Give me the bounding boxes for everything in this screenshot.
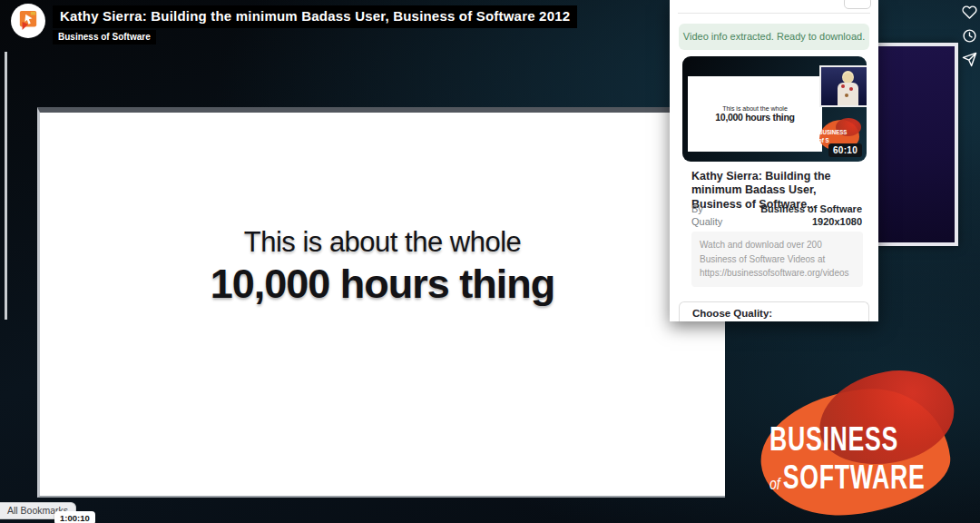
thumbnail-slide-line-2: 10,000 hours thing (715, 112, 794, 123)
popup-partial-button[interactable] (844, 0, 871, 9)
side-stage-screen (873, 43, 958, 246)
duration-badge: 60:10 (828, 143, 862, 157)
thumbnail-slide-line-1: This is about the whole (722, 105, 788, 112)
bos-stage-logo: BUSINESS of SOFTWARE (755, 370, 969, 518)
video-title-overlay[interactable]: Kathy Sierra: Building the minimum Badas… (53, 5, 577, 28)
choose-quality-label: Choose Quality: (692, 308, 772, 319)
slide-line-2: 10,000 hours thing (40, 261, 725, 308)
send-icon[interactable] (962, 52, 977, 67)
quality-label: Quality (691, 216, 722, 227)
presentation-screen: This is about the whole 10,000 hours thi… (37, 107, 725, 498)
quality-value: 1920x1080 (812, 216, 862, 227)
slide-line-1: This is about the whole (40, 226, 725, 259)
player-action-icons (962, 5, 977, 67)
seek-time-badge: 1:00:10 (54, 511, 95, 523)
popup-divider (678, 13, 870, 14)
speaker-inset-image (819, 65, 867, 107)
video-description: Watch and download over 200 Business of … (691, 232, 863, 287)
downloader-popup: Video info extracted. Ready to download.… (670, 0, 878, 321)
bos-logo-text: BUSINESS of SOFTWARE (769, 423, 980, 494)
meta-row-quality: Quality 1920x1080 (691, 216, 862, 227)
by-label: By (691, 203, 703, 214)
meta-row-by: By Business of Software (691, 203, 862, 214)
video-thumbnail-card[interactable]: This is about the whole 10,000 hours thi… (682, 56, 867, 162)
clock-icon[interactable] (962, 28, 977, 44)
bos-channel-logo-icon (18, 10, 38, 32)
choose-quality-section[interactable]: Choose Quality: (679, 301, 869, 321)
stage-screen-edge (5, 52, 7, 320)
slide-text: This is about the whole 10,000 hours thi… (40, 226, 725, 308)
channel-avatar[interactable] (11, 4, 45, 38)
status-banner: Video info extracted. Ready to download. (679, 24, 869, 50)
by-value: Business of Software (760, 203, 862, 214)
heart-icon[interactable] (962, 5, 977, 20)
video-channel-overlay[interactable]: Business of Software (53, 30, 156, 44)
video-stage: This is about the whole 10,000 hours thi… (0, 0, 980, 523)
thumbnail-slide: This is about the whole 10,000 hours thi… (688, 76, 822, 152)
